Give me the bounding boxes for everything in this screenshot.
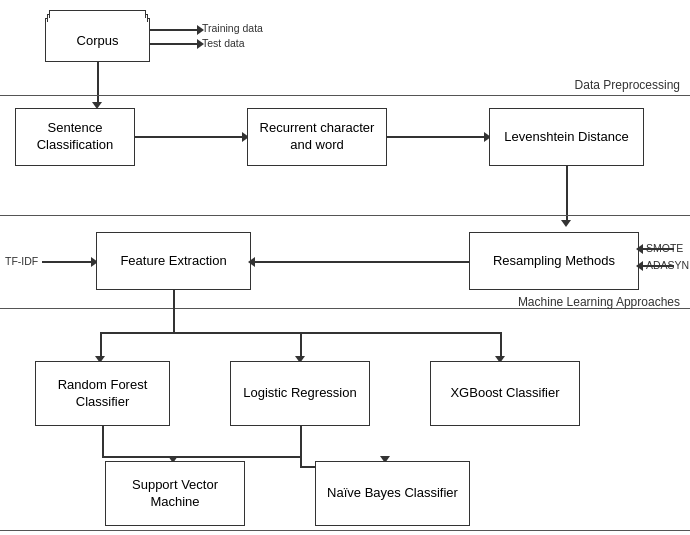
corpus-label: Corpus — [77, 33, 119, 48]
arrow-rf-svm — [102, 426, 104, 456]
arrow-training-line — [150, 29, 200, 31]
logistic-regression-label: Logistic Regression — [243, 385, 356, 402]
arrow-resampling-feature — [251, 261, 469, 263]
feature-extraction-box: Feature Extraction — [96, 232, 251, 290]
levenshtein-box: Levenshtein Distance — [489, 108, 644, 166]
diagram: Corpus Training data Test data Data Prep… — [0, 0, 690, 535]
random-forest-box: Random Forest Classifier — [35, 361, 170, 426]
section-line-middle — [0, 215, 690, 216]
data-preprocessing-label: Data Preprocessing — [575, 78, 680, 92]
arrow-tfidf — [42, 261, 94, 263]
arrowhead-resampling-left — [248, 257, 255, 267]
svm-label: Support Vector Machine — [110, 477, 240, 511]
adasyn-label: ADASYN — [646, 259, 689, 271]
arrow-recurrent-levenshtein — [387, 136, 487, 138]
corpus-container: Corpus — [45, 10, 150, 62]
xgboost-box: XGBoost Classifier — [430, 361, 580, 426]
arrow-feature-down — [173, 290, 175, 332]
resampling-label: Resampling Methods — [493, 253, 615, 270]
feature-extraction-label: Feature Extraction — [120, 253, 226, 270]
ml-approaches-label: Machine Learning Approaches — [518, 295, 680, 309]
arrowhead-smote — [636, 244, 643, 254]
naive-bayes-label: Naïve Bayes Classifier — [327, 485, 458, 502]
test-data-label: Test data — [202, 37, 245, 49]
smote-label: SMOTE — [646, 242, 683, 254]
resampling-box: Resampling Methods — [469, 232, 639, 290]
tfidf-label: TF-IDF — [5, 255, 38, 267]
naive-bayes-box: Naïve Bayes Classifier — [315, 461, 470, 526]
sentence-classification-box: Sentence Classification — [15, 108, 135, 166]
arrowhead-adasyn — [636, 261, 643, 271]
recurrent-label: Recurrent character and word — [252, 120, 382, 154]
logistic-regression-box: Logistic Regression — [230, 361, 370, 426]
sentence-classification-label: Sentence Classification — [20, 120, 130, 154]
arrow-lr-down — [300, 426, 302, 456]
arrow-sentence-recurrent — [135, 136, 245, 138]
xgboost-label: XGBoost Classifier — [450, 385, 559, 402]
arrowhead-levenshtein-down — [561, 220, 571, 227]
section-line-bottom — [0, 530, 690, 531]
levenshtein-label: Levenshtein Distance — [504, 129, 628, 146]
corpus-box: Corpus — [45, 18, 150, 62]
arrow-svm-h — [102, 456, 300, 458]
svm-box: Support Vector Machine — [105, 461, 245, 526]
random-forest-label: Random Forest Classifier — [40, 377, 165, 411]
arrow-test-line — [150, 43, 200, 45]
arrow-corpus-sentence — [97, 62, 99, 106]
section-line-preprocessing — [0, 95, 690, 96]
recurrent-box: Recurrent character and word — [247, 108, 387, 166]
arrow-lr-nb — [300, 456, 302, 466]
training-data-label: Training data — [202, 22, 263, 34]
